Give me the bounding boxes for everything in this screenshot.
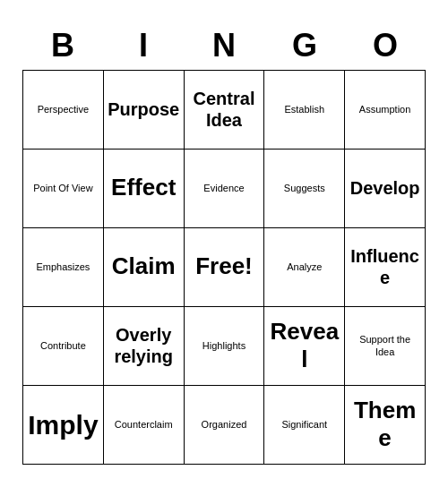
cell-label: Organized [202,418,247,431]
bingo-cell: Perspective [23,71,104,150]
bingo-letter: B [22,23,103,68]
cell-label: Evidence [203,182,244,194]
cell-label: Reveal [268,318,340,373]
bingo-cell: Overly relying [104,307,185,386]
bingo-cell: Assumption [345,71,426,150]
bingo-cell: Purpose [104,71,185,150]
bingo-cell: Influence [345,228,426,307]
bingo-cell: Emphasizes [23,228,104,307]
cell-label: Emphasizes [36,261,90,273]
bingo-letter: I [103,23,184,68]
cell-label: Central Idea [188,88,261,131]
bingo-letter: O [345,23,426,68]
cell-label: Claim [112,252,176,280]
cell-label: Support the Idea [349,333,421,359]
cell-label: Imply [28,410,98,440]
bingo-cell: Point Of View [23,150,104,228]
bingo-cell: Imply [23,386,104,465]
bingo-cell: Significant [264,386,345,465]
bingo-card: BINGO PerspectivePurposeCentral IdeaEsta… [13,14,435,474]
cell-label: Suggests [284,182,325,194]
bingo-cell: Develop [345,150,426,228]
bingo-header: BINGO [22,23,426,68]
cell-label: Free! [195,252,253,280]
cell-label: Significant [281,418,327,431]
cell-label: Overly relying [108,324,180,367]
cell-label: Counterclaim [115,418,173,431]
bingo-cell: Reveal [264,307,345,386]
bingo-cell: Counterclaim [104,386,185,465]
cell-label: Develop [350,177,420,199]
cell-label: Assumption [359,103,410,115]
bingo-cell: Highlights [185,307,265,386]
bingo-cell: Central Idea [185,71,265,150]
bingo-letter: G [264,23,345,68]
bingo-cell: Analyze [264,228,345,307]
cell-label: Theme [349,397,421,452]
cell-label: Establish [284,103,324,115]
bingo-cell: Suggests [264,150,345,228]
cell-label: Analyze [287,261,322,273]
cell-label: Influence [349,245,421,288]
bingo-cell: Theme [345,386,426,465]
bingo-cell: Effect [104,150,185,228]
bingo-cell: Claim [104,228,185,307]
bingo-grid: PerspectivePurposeCentral IdeaEstablishA… [22,70,426,465]
cell-label: Perspective [38,103,89,115]
bingo-cell: Free! [185,228,265,307]
bingo-cell: Contribute [23,307,104,386]
cell-label: Highlights [202,339,246,352]
bingo-cell: Evidence [185,150,265,228]
cell-label: Purpose [108,98,179,120]
cell-label: Effect [111,174,176,201]
cell-label: Contribute [40,339,86,352]
bingo-cell: Organized [185,386,265,465]
bingo-letter: N [184,23,264,68]
bingo-cell: Support the Idea [345,307,426,386]
bingo-cell: Establish [264,71,345,150]
cell-label: Point Of View [33,182,92,194]
